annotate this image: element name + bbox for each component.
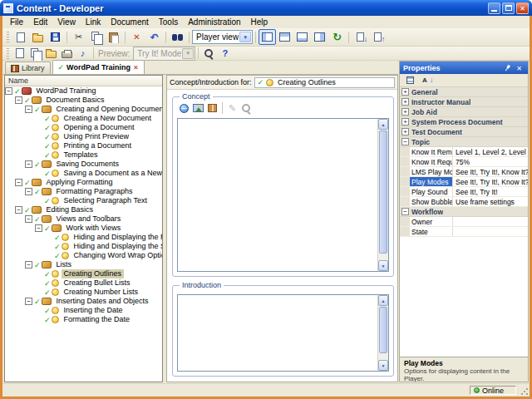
scroll-up-button[interactable] [378,295,388,306]
tree-item[interactable]: Using Print Preview [5,132,162,141]
categorized-button[interactable] [402,75,417,86]
player-view-select[interactable]: Player view [192,30,253,44]
vertical-scrollbar[interactable] [377,295,388,371]
copy-documents-button[interactable] [27,47,43,60]
preview-mode-select[interactable]: Try It! Mode [133,47,195,61]
application-icon[interactable] [3,3,13,13]
menu-item-view[interactable]: View [52,17,81,27]
menu-item-tools[interactable]: Tools [154,17,183,27]
tree-item[interactable]: Saving a Document as a New File [5,169,162,178]
tree-item[interactable]: Saving Documents [5,160,162,169]
tree-item[interactable]: Lists [5,260,162,269]
tree-item[interactable]: Templates [5,150,162,160]
category-expander-icon[interactable] [401,208,409,215]
close-button[interactable] [516,2,529,14]
category-expander-icon[interactable] [401,98,409,106]
toolbar-grip[interactable] [7,48,9,59]
property-row[interactable]: Know It Reme...Level 1, Level 2, Level 3 [400,147,528,157]
undo-button[interactable] [145,29,163,45]
tree-item[interactable]: Views and Toolbars [5,214,162,224]
category-expander-icon[interactable] [401,118,409,126]
resize-grip[interactable] [519,386,529,396]
open-button[interactable] [29,29,47,45]
tree-expander-icon[interactable] [25,188,32,195]
copy-button[interactable] [87,29,105,45]
property-row[interactable]: Owner [400,217,528,227]
tree-expander-icon[interactable] [25,106,32,113]
document-button[interactable] [12,47,27,60]
menu-item-administration[interactable]: Administration [183,17,245,27]
scroll-down-button[interactable] [378,260,388,271]
tree-item[interactable]: Creating Number Lists [5,288,162,297]
insert-image-button[interactable] [191,102,205,115]
tab-wordpad-training[interactable]: WordPad Training [52,60,145,74]
layout-2-button[interactable] [276,29,293,45]
close-properties-button[interactable] [514,63,525,73]
tree-item[interactable]: Creating Bullet Lists [5,278,162,288]
property-row[interactable]: LMS Play ModesSee It!, Try It!, Know It? [400,167,528,177]
property-category[interactable]: Test Document [400,127,528,137]
tree-expander-icon[interactable] [25,298,32,305]
toolbar-grip[interactable] [7,32,9,42]
check-out-button[interactable] [369,29,387,45]
tree-item[interactable]: Document Basics [5,96,162,105]
property-category[interactable]: Workflow [400,207,528,217]
scrollbar-thumb[interactable] [379,131,387,254]
tree-item[interactable]: Hiding and Displaying the Status Bar [5,242,162,251]
tree-expander-icon[interactable] [25,160,32,168]
property-row[interactable]: Show BubblesUse frame settings [400,197,528,207]
property-category[interactable]: Topic [400,137,528,147]
menu-item-file[interactable]: File [5,17,28,27]
vertical-scrollbar[interactable] [377,119,388,271]
layout-3-button[interactable] [293,29,311,45]
property-category[interactable]: Instructor Manual [400,97,528,107]
scroll-down-button[interactable] [378,360,388,371]
refresh-button[interactable] [328,29,346,45]
minimize-button[interactable] [488,2,500,14]
save-button[interactable] [47,29,64,45]
property-row[interactable]: State [400,227,528,237]
menu-item-document[interactable]: Document [106,17,154,27]
tree-expander-icon[interactable] [15,96,22,104]
category-expander-icon[interactable] [401,88,409,96]
check-in-button[interactable] [352,29,369,45]
tree-item[interactable]: Creating and Opening Documents [5,105,162,114]
maximize-button[interactable] [502,2,515,14]
tree-item[interactable]: Opening a Document [5,123,162,132]
tab-library[interactable]: Library [5,62,51,74]
name-column-header[interactable]: Name [5,76,162,86]
tree-item[interactable]: Hiding and Displaying the Ruler [5,233,162,242]
menu-item-link[interactable]: Link [81,17,106,27]
tree-expander-icon[interactable] [15,179,22,186]
category-expander-icon[interactable] [401,108,409,116]
menu-item-edit[interactable]: Edit [28,17,52,27]
sound-button[interactable] [75,47,91,60]
tree-item[interactable]: Editing Basics [5,205,162,214]
open-folder-button[interactable] [43,47,59,60]
tree-item[interactable]: Selecting Paragraph Text [5,196,162,205]
tree-expander-icon[interactable] [25,215,32,223]
tree-expander-icon[interactable] [25,261,32,268]
tree-item[interactable]: Formatting Paragraphs [5,187,162,196]
layout-1-button[interactable] [259,29,276,45]
tree-expander-icon[interactable] [5,87,12,95]
auto-hide-pin-button[interactable] [502,63,513,73]
tree-expander-icon[interactable] [35,224,42,232]
property-row[interactable]: Play SoundSee It!, Try It! [400,187,528,197]
tree-item[interactable]: Inserting the Date [5,306,162,315]
property-row[interactable]: Know It Requi...75% [400,157,528,167]
paste-button[interactable] [105,29,122,45]
print-button[interactable] [59,47,75,60]
tree-item[interactable]: Printing a Document [5,141,162,150]
property-category[interactable]: System Process Document [400,117,528,127]
layout-4-button[interactable] [311,29,328,45]
category-expander-icon[interactable] [401,138,409,145]
new-document-button[interactable] [12,29,29,45]
find-button[interactable] [169,29,186,45]
tree-item[interactable]: WordPad Training [5,86,162,96]
help-button[interactable] [217,47,233,60]
property-category[interactable]: General [400,87,528,97]
tree-item[interactable]: Applying Formatting [5,178,162,187]
tree-item[interactable]: Changing Word Wrap Options [5,251,162,260]
edit-concept-button[interactable] [225,102,239,115]
